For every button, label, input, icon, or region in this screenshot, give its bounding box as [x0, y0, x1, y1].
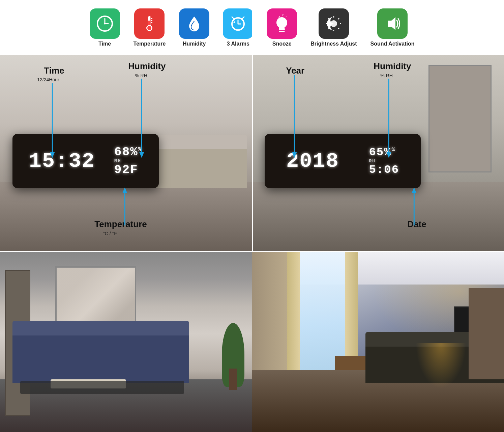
br-side-table: [335, 356, 365, 370]
svg-marker-32: [388, 17, 395, 30]
temperature-label: Temperature: [134, 41, 166, 47]
left-floor: [0, 182, 252, 251]
svg-text:z: z: [282, 15, 284, 17]
bl-sofa-back: [12, 321, 189, 335]
right-window: [428, 65, 492, 172]
bl-sofa: [12, 332, 189, 383]
right-date-val: 5:06: [369, 163, 399, 177]
right-panel: 2018 65%% RH 5:06 Year Humidity % RH Dat…: [252, 55, 504, 251]
humidity-icon-box: [179, 8, 209, 39]
icon-temperature: Temperature: [134, 8, 166, 47]
bl-rug: [20, 381, 184, 394]
right-clock: 2018 65%% RH 5:06: [265, 134, 421, 188]
left-temp-val: 92F: [114, 163, 143, 177]
right-clock-stats: 65%% RH 5:06: [369, 146, 399, 177]
sound-label: Sound Activation: [370, 41, 414, 47]
icon-snooze: z z z Snooze: [267, 8, 297, 47]
left-humidity-val: 68%%: [114, 145, 143, 159]
icon-alarms: 3 3 Alarms: [223, 8, 253, 47]
left-clock-stats: 68%% RH 92F: [114, 145, 143, 177]
temperature-icon-box: [134, 8, 165, 39]
humidity-label: Humidity: [183, 41, 206, 47]
svg-point-8: [147, 26, 151, 30]
bl-plant-stem: [229, 369, 237, 390]
icon-brightness: Brightness Adjust: [310, 8, 357, 47]
svg-line-29: [338, 28, 339, 29]
left-panel: 15:32 68%% RH 92F Time 12/24Hour Humidit…: [0, 55, 252, 251]
br-dining-glow: [416, 343, 466, 388]
right-floor: [252, 182, 504, 251]
svg-line-30: [338, 18, 339, 19]
svg-text:z: z: [286, 15, 287, 18]
svg-line-16: [242, 17, 244, 19]
sound-icon-box: [377, 8, 408, 39]
svg-text:z: z: [278, 15, 280, 19]
svg-text:3: 3: [233, 20, 235, 24]
right-rh-label: RH: [369, 159, 399, 163]
left-clock-time: 15:32: [29, 149, 95, 173]
bottom-right-panel: [252, 252, 504, 432]
alarms-icon-box: 3: [223, 8, 253, 39]
time-icon-box: [90, 8, 120, 39]
left-clock: 15:32 68%% RH 92F: [12, 134, 159, 188]
snooze-label: Snooze: [272, 41, 292, 47]
left-sofa: [151, 145, 247, 188]
brightness-label: Brightness Adjust: [310, 41, 357, 47]
right-humidity-val: 65%%: [369, 146, 399, 159]
bottom-left-panel: [0, 252, 252, 432]
time-label: Time: [98, 41, 111, 47]
right-clock-year: 2018: [286, 149, 339, 173]
icon-humidity: Humidity: [179, 8, 209, 47]
svg-point-3: [104, 23, 106, 25]
svg-rect-6: [148, 21, 150, 26]
alarms-label: 3 Alarms: [227, 41, 249, 47]
br-shelf: [469, 288, 504, 379]
bottom-panels: [0, 252, 504, 432]
icon-sound: Sound Activation: [370, 8, 414, 47]
snooze-icon-box: z z z: [267, 8, 297, 39]
icon-time: Time: [90, 8, 120, 47]
svg-line-28: [328, 18, 329, 19]
left-sofa-back: [151, 135, 247, 149]
svg-line-15: [232, 17, 234, 19]
brightness-icon-box: [319, 8, 349, 39]
svg-line-31: [328, 28, 329, 29]
